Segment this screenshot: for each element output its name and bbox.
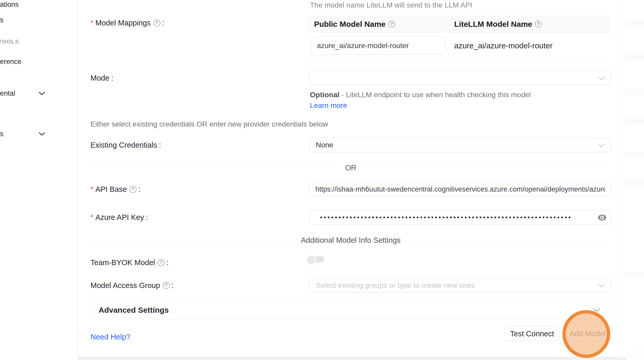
advanced-settings-panel[interactable]: Advanced Settings <box>90 301 611 319</box>
table-header-row: Public Model Name ? LiteLLM Model Name ? <box>307 16 611 33</box>
learn-more-link[interactable]: Learn more <box>310 101 347 109</box>
need-help-link[interactable]: Need Help? <box>90 333 130 341</box>
background-row <box>625 152 644 159</box>
mode-label: Mode : <box>90 71 113 85</box>
question-circle-icon[interactable]: ? <box>388 21 395 28</box>
masked-api-key: ••••••••••••••••••••••••••••••••••••••••… <box>320 214 572 221</box>
chevron-down-icon <box>598 284 605 288</box>
label-colon: : <box>172 281 174 290</box>
api-base-input[interactable] <box>309 182 611 197</box>
chevron-down-icon <box>598 76 605 80</box>
additional-info-divider-text: Additional Model Info Settings <box>301 236 401 245</box>
column-header-litellm-model-name: LiteLLM Model Name ? <box>450 20 542 29</box>
background-panel <box>628 347 644 358</box>
label-colon: : <box>138 185 140 194</box>
mode-helper-text: Optional - LiteLLM endpoint to use when … <box>310 89 534 111</box>
azure-api-key-label: * Azure API Key : <box>90 210 148 225</box>
required-mark: * <box>90 213 93 221</box>
additional-info-divider: Additional Model Info Settings <box>90 236 611 244</box>
divider-line <box>90 168 337 168</box>
model-access-group-label: Model Access Group ? : <box>90 278 174 293</box>
required-mark: * <box>90 185 93 193</box>
helper-body: - LiteLLM endpoint to use when health ch… <box>340 91 531 99</box>
question-circle-icon[interactable]: ? <box>535 21 542 28</box>
sidebar-item-experimental[interactable]: ental <box>0 89 15 97</box>
team-byok-toggle[interactable] <box>306 255 324 264</box>
background-row <box>625 54 644 60</box>
mode-label-text: Mode <box>90 74 109 82</box>
required-mark: * <box>90 19 93 27</box>
background-row <box>625 20 644 27</box>
api-base-label: * API Base ? : <box>90 182 140 197</box>
sidebar-item-organizations[interactable]: ations <box>0 1 19 9</box>
label-colon: : <box>111 74 113 82</box>
chevron-down-icon <box>598 143 605 147</box>
model-mappings-table: Public Model Name ? LiteLLM Model Name ?… <box>307 16 611 59</box>
existing-credentials-label-text: Existing Credentials <box>90 141 157 149</box>
sidebar-item-reference[interactable]: erence <box>0 58 22 66</box>
api-base-label-text: API Base <box>95 185 127 194</box>
background-row <box>625 117 644 124</box>
column-header-text: Public Model Name <box>314 20 386 29</box>
model-mappings-label-text: Model Mappings <box>95 19 151 27</box>
helper-bold: Optional <box>310 91 340 99</box>
sidebar-item-settings[interactable]: s <box>0 130 4 138</box>
label-colon: : <box>162 19 164 27</box>
model-mappings-label: * Model Mappings ? : <box>90 16 164 30</box>
eye-icon[interactable] <box>598 214 607 221</box>
chevron-down-icon[interactable] <box>38 91 45 96</box>
model-access-group-placeholder: Select existing groups or type to create… <box>316 281 475 290</box>
team-byok-label: Team-BYOK Model ? : <box>90 255 168 270</box>
label-colon: : <box>159 141 161 149</box>
model-access-group-label-text: Model Access Group <box>90 281 160 290</box>
sidebar-item-truncated[interactable]: s <box>0 16 4 24</box>
label-colon: : <box>166 258 168 267</box>
azure-api-key-label-text: Azure API Key <box>95 213 144 222</box>
advanced-settings-title: Advanced Settings <box>99 306 169 315</box>
page-background <box>78 357 627 360</box>
model-name-hint: The model name LiteLLM will send to the … <box>310 1 596 9</box>
model-access-group-select[interactable]: Select existing groups or type to create… <box>309 278 611 293</box>
azure-api-key-input[interactable]: ••••••••••••••••••••••••••••••••••••••••… <box>309 210 611 225</box>
public-model-name-input[interactable] <box>311 37 446 55</box>
existing-credentials-value: None <box>316 141 333 149</box>
background-row <box>625 88 644 95</box>
question-circle-icon[interactable]: ? <box>153 19 160 27</box>
credentials-note: Either select existing credentials OR en… <box>90 120 328 128</box>
toggle-knob <box>306 255 316 265</box>
question-circle-icon[interactable]: ? <box>158 259 165 266</box>
background-row <box>625 272 644 279</box>
background-row <box>625 179 644 186</box>
or-divider: OR <box>90 164 611 172</box>
test-connect-button[interactable]: Test Connect <box>505 326 560 341</box>
or-divider-text: OR <box>345 163 356 172</box>
question-circle-icon[interactable]: ? <box>129 186 136 193</box>
add-model-page: ations s TOOLS erence ental s The model … <box>0 0 644 360</box>
mode-select[interactable] <box>309 71 611 85</box>
divider-line <box>364 168 611 168</box>
question-circle-icon[interactable]: ? <box>163 282 170 289</box>
divider-line <box>90 240 293 240</box>
column-header-text: LiteLLM Model Name <box>454 20 532 29</box>
team-byok-label-text: Team-BYOK Model <box>90 258 155 267</box>
label-colon: : <box>146 213 148 222</box>
table-row: azure_ai/azure-model-router <box>307 33 611 59</box>
chevron-down-icon[interactable] <box>38 132 45 136</box>
sidebar-section-tools: TOOLS <box>0 38 19 45</box>
column-header-public-model-name: Public Model Name ? <box>307 20 450 29</box>
litellm-model-name-value: azure_ai/azure-model-router <box>454 33 553 59</box>
sidebar: ations s TOOLS erence ental s <box>0 0 78 360</box>
divider-line <box>408 240 611 240</box>
highlight-circle-annotation <box>562 310 610 358</box>
existing-credentials-label: Existing Credentials : <box>90 138 161 152</box>
existing-credentials-select[interactable]: None <box>309 138 611 152</box>
